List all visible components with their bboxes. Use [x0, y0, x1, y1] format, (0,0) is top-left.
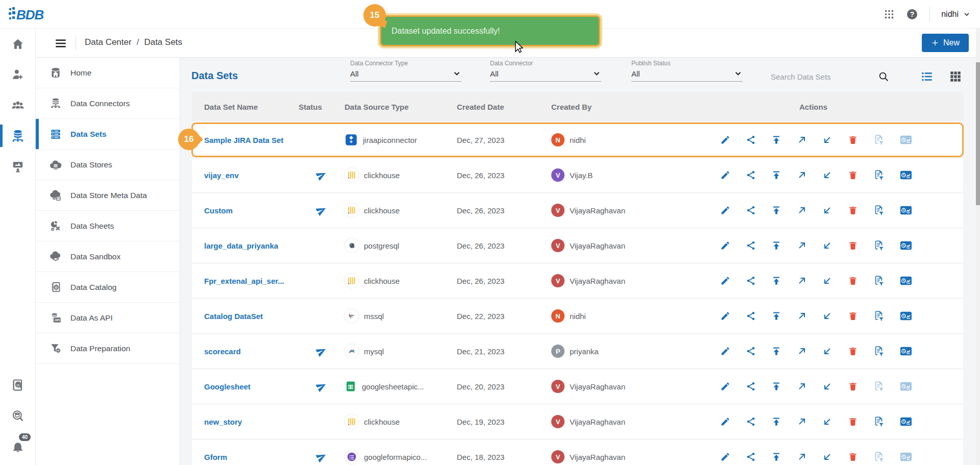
publish-action-icon[interactable]	[771, 346, 781, 356]
push-to-vcs-action-icon[interactable]	[797, 417, 807, 427]
share-action-icon[interactable]	[746, 170, 756, 180]
data-set-name-link[interactable]: Custom	[204, 206, 299, 215]
share-action-icon[interactable]	[746, 346, 756, 356]
pull-from-vcs-action-icon[interactable]	[822, 276, 832, 286]
edit-action-icon[interactable]	[720, 417, 730, 427]
pull-from-vcs-action-icon[interactable]	[822, 170, 832, 180]
pull-from-vcs-action-icon[interactable]	[822, 381, 832, 391]
push-to-vcs-action-icon[interactable]	[797, 205, 807, 215]
profile-action-icon[interactable]	[900, 416, 912, 427]
data-set-name-link[interactable]: Fpr_extenal_api_ser...	[204, 277, 299, 285]
share-action-icon[interactable]	[746, 311, 756, 321]
sidebar-item-data-catalog[interactable]: Data Catalog	[36, 272, 180, 303]
rail-item-notifications[interactable]: 40	[0, 431, 36, 462]
new-button[interactable]: New	[922, 34, 969, 52]
profile-action-icon[interactable]	[900, 275, 912, 286]
profile-action-icon[interactable]	[900, 451, 912, 462]
edit-action-icon[interactable]	[720, 276, 730, 286]
rail-item-data-search[interactable]	[0, 401, 36, 431]
delete-action-icon[interactable]	[848, 135, 858, 145]
sidebar-item-data-stores[interactable]: Data Stores	[36, 150, 180, 180]
profile-action-icon[interactable]	[900, 134, 912, 145]
share-action-icon[interactable]	[746, 205, 756, 215]
profile-action-icon[interactable]	[900, 205, 912, 216]
delete-action-icon[interactable]	[848, 417, 858, 427]
sidebar-item-data-store-meta-data[interactable]: </>Data Store Meta Data	[36, 180, 180, 211]
pull-from-vcs-action-icon[interactable]	[822, 346, 832, 356]
edit-action-icon[interactable]	[720, 135, 730, 145]
delete-action-icon[interactable]	[848, 452, 858, 462]
data-set-name-link[interactable]: scorecard	[204, 347, 299, 356]
pull-from-vcs-action-icon[interactable]	[822, 417, 832, 427]
search-icon[interactable]	[878, 71, 889, 82]
vertical-scrollbar[interactable]	[976, 29, 980, 465]
data-set-name-link[interactable]: Sample JIRA Data Set	[204, 136, 299, 144]
data-prep-action-icon[interactable]	[873, 346, 885, 357]
pull-from-vcs-action-icon[interactable]	[822, 240, 832, 251]
data-prep-action-icon[interactable]	[873, 134, 885, 145]
sidebar-item-data-sets[interactable]: Data Sets	[36, 119, 180, 150]
help-icon[interactable]: ?	[906, 8, 918, 20]
push-to-vcs-action-icon[interactable]	[797, 170, 807, 180]
publish-action-icon[interactable]	[771, 170, 781, 180]
push-to-vcs-action-icon[interactable]	[797, 276, 807, 286]
delete-action-icon[interactable]	[848, 205, 858, 215]
share-action-icon[interactable]	[746, 135, 756, 145]
edit-action-icon[interactable]	[720, 205, 730, 215]
pull-from-vcs-action-icon[interactable]	[822, 311, 832, 321]
data-prep-action-icon[interactable]	[873, 169, 885, 181]
data-set-name-link[interactable]: vijay_env	[204, 171, 299, 180]
data-set-name-link[interactable]: large_data_priyanka	[204, 241, 299, 250]
sidebar-item-data-preparation[interactable]: Data Preparation	[36, 333, 180, 364]
data-set-name-link[interactable]: Googlesheet	[204, 382, 299, 391]
share-action-icon[interactable]	[746, 240, 756, 251]
share-action-icon[interactable]	[746, 417, 756, 427]
rail-item-data-audit[interactable]	[0, 370, 36, 401]
data-prep-action-icon[interactable]	[873, 416, 885, 427]
delete-action-icon[interactable]	[848, 240, 858, 251]
pull-from-vcs-action-icon[interactable]	[822, 452, 832, 462]
publish-action-icon[interactable]	[771, 135, 781, 145]
push-to-vcs-action-icon[interactable]	[797, 135, 807, 145]
delete-action-icon[interactable]	[848, 170, 858, 180]
delete-action-icon[interactable]	[848, 276, 858, 286]
delete-action-icon[interactable]	[848, 381, 858, 391]
profile-action-icon[interactable]	[900, 381, 912, 392]
rail-item-user-admin[interactable]	[0, 59, 35, 90]
delete-action-icon[interactable]	[848, 346, 858, 356]
edit-action-icon[interactable]	[720, 452, 730, 462]
list-view-icon[interactable]	[920, 70, 934, 83]
rail-item-home[interactable]	[0, 29, 35, 59]
data-prep-action-icon[interactable]	[873, 205, 885, 216]
bdb-logo[interactable]: BDB	[7, 4, 63, 25]
data-prep-action-icon[interactable]	[873, 275, 885, 286]
pull-from-vcs-action-icon[interactable]	[822, 135, 832, 145]
push-to-vcs-action-icon[interactable]	[797, 381, 807, 391]
share-action-icon[interactable]	[746, 452, 756, 462]
publish-action-icon[interactable]	[771, 240, 781, 251]
hamburger-menu-icon[interactable]	[54, 37, 67, 50]
grid-view-icon[interactable]	[949, 70, 962, 83]
data-set-name-link[interactable]: Catalog DataSet	[204, 312, 299, 321]
sidebar-item-data-as-api[interactable]: APIData As API	[36, 303, 180, 333]
data-prep-action-icon[interactable]	[873, 310, 885, 322]
sidebar-item-data-sheets[interactable]: Data Sheets	[36, 211, 180, 241]
publish-action-icon[interactable]	[771, 417, 781, 427]
profile-action-icon[interactable]	[900, 346, 912, 357]
push-to-vcs-action-icon[interactable]	[797, 311, 807, 321]
apps-grid-icon[interactable]	[884, 9, 895, 20]
search-input[interactable]	[771, 72, 878, 81]
data-prep-action-icon[interactable]	[873, 451, 885, 462]
data-prep-action-icon[interactable]	[873, 240, 885, 251]
sidebar-item-data-connectors[interactable]: Data Connectors	[36, 88, 180, 119]
publish-action-icon[interactable]	[771, 205, 781, 215]
publish-action-icon[interactable]	[771, 452, 781, 462]
filter-data-connector[interactable]: Data ConnectorAll	[490, 60, 601, 82]
filter-data-connector-type[interactable]: Data Connector TypeAll	[350, 60, 461, 82]
rail-item-business-story[interactable]	[0, 151, 35, 182]
profile-action-icon[interactable]	[900, 310, 912, 322]
edit-action-icon[interactable]	[720, 240, 730, 251]
pull-from-vcs-action-icon[interactable]	[822, 205, 832, 215]
edit-action-icon[interactable]	[720, 311, 730, 321]
data-prep-action-icon[interactable]	[873, 381, 885, 392]
